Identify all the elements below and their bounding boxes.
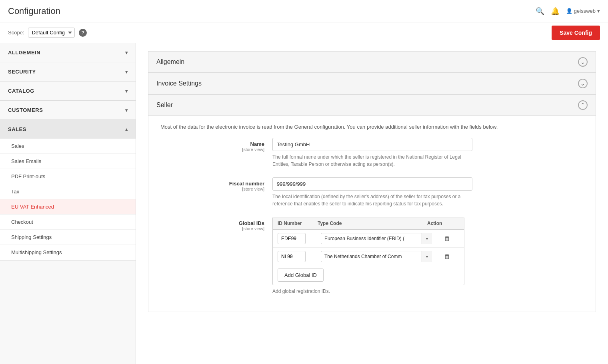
sidebar-item-sales-sales[interactable]: Sales bbox=[0, 139, 136, 154]
seller-body: Most of the data for the electronic invo… bbox=[148, 116, 596, 312]
sidebar-customers-label: CUSTOMERS bbox=[8, 107, 43, 113]
save-config-button[interactable]: Save Config bbox=[552, 26, 600, 40]
col-action: Action bbox=[427, 221, 459, 226]
accordion-allgemein: Allgemein ⌄ bbox=[148, 51, 596, 73]
sales-submenu: Sales Sales Emails PDF Print-outs Tax EU… bbox=[0, 139, 136, 260]
accordion-seller: Seller ⌃ Most of the data for the electr… bbox=[148, 94, 596, 312]
sidebar-item-security[interactable]: SECURITY ▾ bbox=[0, 62, 136, 81]
sidebar-section-sales: SALES ▴ Sales Sales Emails PDF Print-out… bbox=[0, 120, 136, 261]
chevron-down-icon: ▾ bbox=[125, 88, 128, 94]
global-ids-header: ID Number Type Code Action bbox=[273, 217, 464, 230]
sidebar-item-shipping-settings[interactable]: Shipping Settings bbox=[0, 230, 136, 245]
fiscal-hint: The local identification (defined by the… bbox=[272, 193, 472, 207]
accordion-seller-title: Seller bbox=[156, 101, 173, 109]
username: geissweb bbox=[574, 8, 596, 14]
scope-dropdown[interactable]: Default Config bbox=[28, 28, 75, 38]
delete-row-2-button[interactable]: 🗑 bbox=[435, 251, 459, 262]
accordion-allgemein-toggle[interactable]: ⌄ bbox=[578, 57, 588, 67]
name-field-row: Name [store view] The full formal name u… bbox=[160, 138, 584, 168]
fiscal-label: Fiscal number [store view] bbox=[160, 177, 272, 191]
name-label-sub: [store view] bbox=[160, 147, 264, 152]
sidebar-item-tax[interactable]: Tax bbox=[0, 184, 136, 199]
name-hint: The full formal name under which the sel… bbox=[272, 153, 472, 168]
page-title: Configuration bbox=[8, 6, 60, 16]
header: Configuration 🔍 🔔 👤 geissweb ▾ bbox=[0, 0, 608, 22]
notification-bell-icon[interactable]: 🔔 bbox=[551, 7, 560, 16]
type-select-1[interactable]: European Business Identifier (EBID) ( bbox=[321, 233, 432, 244]
fiscal-input[interactable] bbox=[272, 177, 472, 191]
user-dropdown-arrow-icon: ▾ bbox=[597, 8, 600, 14]
sidebar-item-catalog[interactable]: CATALOG ▾ bbox=[0, 82, 136, 100]
add-global-id-button[interactable]: Add Global ID bbox=[278, 269, 324, 282]
col-type-code: Type Code bbox=[318, 221, 427, 226]
user-menu[interactable]: 👤 geissweb ▾ bbox=[566, 8, 600, 14]
sidebar-item-allgemein[interactable]: ALLGEMEIN ▾ bbox=[0, 43, 136, 62]
accordion-allgemein-title: Allgemein bbox=[156, 58, 184, 66]
main-layout: ALLGEMEIN ▾ SECURITY ▾ CATALOG ▾ CUSTOME… bbox=[0, 43, 608, 364]
sidebar-item-multishipping-settings[interactable]: Multishipping Settings bbox=[0, 245, 136, 260]
global-ids-field: ID Number Type Code Action European Busi… bbox=[272, 217, 584, 294]
header-actions: 🔍 🔔 👤 geissweb ▾ bbox=[536, 7, 600, 16]
content-area: Allgemein ⌄ Invoice Settings ⌄ Seller ⌃ bbox=[136, 43, 608, 364]
sidebar-section-allgemein: ALLGEMEIN ▾ bbox=[0, 43, 136, 62]
accordion-invoice-settings-title: Invoice Settings bbox=[156, 80, 202, 87]
global-ids-label-main: Global IDs bbox=[160, 220, 264, 226]
user-icon: 👤 bbox=[566, 8, 572, 14]
id-number-input-2[interactable] bbox=[278, 251, 306, 262]
name-label-main: Name bbox=[160, 141, 264, 147]
accordion-seller-toggle[interactable]: ⌃ bbox=[578, 100, 588, 110]
sidebar-item-sales-emails[interactable]: Sales Emails bbox=[0, 154, 136, 169]
sidebar-section-customers: CUSTOMERS ▾ bbox=[0, 101, 136, 120]
chevron-down-icon: ▾ bbox=[125, 69, 128, 75]
search-icon[interactable]: 🔍 bbox=[536, 7, 544, 16]
sidebar-catalog-label: CATALOG bbox=[8, 88, 34, 94]
fiscal-label-sub: [store view] bbox=[160, 187, 264, 191]
table-row: European Business Identifier (EBID) ( ▾ … bbox=[273, 230, 464, 248]
sidebar-security-label: SECURITY bbox=[8, 69, 36, 75]
fiscal-field-row: Fiscal number [store view] The local ide… bbox=[160, 177, 584, 207]
col-id-number: ID Number bbox=[278, 221, 318, 226]
global-ids-label: Global IDs [store view] bbox=[160, 217, 272, 231]
table-row: The Netherlands Chamber of Comm ▾ 🗑 bbox=[273, 248, 464, 265]
type-select-wrapper-2: The Netherlands Chamber of Comm ▾ bbox=[321, 251, 432, 262]
chevron-down-icon: ▾ bbox=[125, 50, 128, 56]
global-ids-hint: Add global registration IDs. bbox=[272, 288, 464, 294]
sidebar-item-checkout[interactable]: Checkout bbox=[0, 215, 136, 230]
sidebar-item-customers[interactable]: CUSTOMERS ▾ bbox=[0, 101, 136, 119]
name-field: The full formal name under which the sel… bbox=[272, 138, 584, 168]
chevron-down-icon: ⌄ bbox=[580, 80, 585, 87]
accordion-seller-header[interactable]: Seller ⌃ bbox=[148, 95, 596, 116]
global-ids-table: ID Number Type Code Action European Busi… bbox=[272, 217, 464, 285]
scope-label: Scope: bbox=[8, 30, 24, 36]
id-number-input-1[interactable] bbox=[278, 233, 306, 244]
sidebar-item-pdf-printouts[interactable]: PDF Print-outs bbox=[0, 169, 136, 184]
sidebar-section-catalog: CATALOG ▾ bbox=[0, 82, 136, 101]
delete-row-1-button[interactable]: 🗑 bbox=[435, 233, 459, 244]
sidebar-section-security: SECURITY ▾ bbox=[0, 62, 136, 82]
help-icon[interactable]: ? bbox=[79, 29, 87, 37]
chevron-up-icon: ⌃ bbox=[580, 102, 585, 108]
sidebar-item-sales[interactable]: SALES ▴ bbox=[0, 120, 136, 139]
seller-description: Most of the data for the electronic invo… bbox=[160, 124, 584, 130]
fiscal-field: The local identification (defined by the… bbox=[272, 177, 584, 207]
type-select-wrapper-1: European Business Identifier (EBID) ( ▾ bbox=[321, 233, 432, 244]
chevron-down-icon: ▾ bbox=[125, 107, 128, 113]
name-input[interactable] bbox=[272, 138, 472, 151]
chevron-up-icon: ▴ bbox=[125, 127, 128, 132]
scope-bar: Scope: Default Config ? Save Config bbox=[0, 22, 608, 43]
accordion-allgemein-header[interactable]: Allgemein ⌄ bbox=[148, 52, 596, 73]
name-label: Name [store view] bbox=[160, 138, 272, 152]
accordion-invoice-settings-header[interactable]: Invoice Settings ⌄ bbox=[148, 73, 596, 94]
fiscal-label-main: Fiscal number bbox=[160, 181, 264, 187]
accordion-invoice-settings: Invoice Settings ⌄ bbox=[148, 73, 596, 94]
type-select-2[interactable]: The Netherlands Chamber of Comm bbox=[321, 251, 432, 262]
sidebar-item-eu-vat-enhanced[interactable]: EU VAT Enhanced bbox=[0, 199, 136, 215]
global-ids-row: Global IDs [store view] ID Number Type C… bbox=[160, 217, 584, 294]
chevron-down-icon: ⌄ bbox=[580, 59, 585, 65]
accordion-invoice-settings-toggle[interactable]: ⌄ bbox=[578, 79, 588, 88]
sidebar: ALLGEMEIN ▾ SECURITY ▾ CATALOG ▾ CUSTOME… bbox=[0, 43, 136, 364]
sidebar-sales-label: SALES bbox=[8, 126, 26, 132]
scope-selector: Scope: Default Config ? bbox=[8, 28, 87, 38]
sidebar-allgemein-label: ALLGEMEIN bbox=[8, 50, 40, 56]
global-ids-label-sub: [store view] bbox=[160, 226, 264, 231]
